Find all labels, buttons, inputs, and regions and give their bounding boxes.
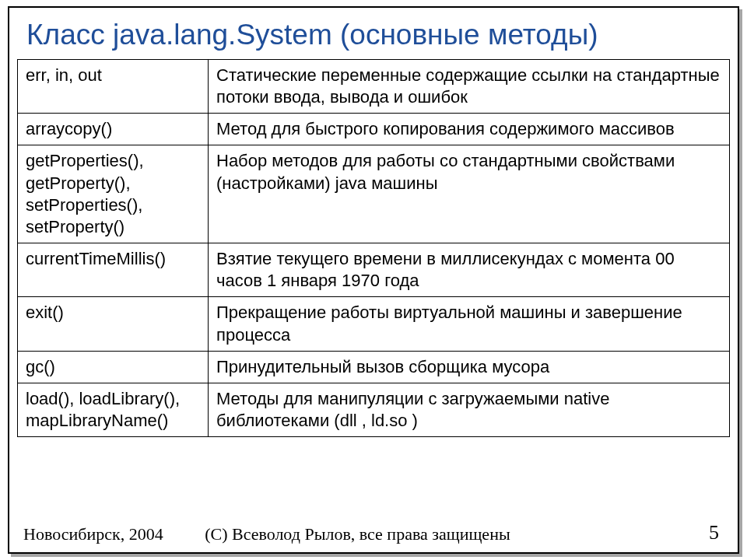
- table-row: gc() Принудительный вызов сборщика мусор…: [18, 351, 730, 383]
- method-cell: getProperties(), getProperty(), setPrope…: [18, 145, 209, 243]
- page-number: 5: [709, 521, 719, 544]
- table-row: getProperties(), getProperty(), setPrope…: [18, 145, 730, 243]
- method-cell: load(), loadLibrary(), mapLibraryName(): [18, 383, 209, 436]
- slide-frame: Класс java.lang.System (основные методы)…: [8, 6, 739, 554]
- slide-footer: Новосибирск, 2004 (С) Всеволод Рылов, вс…: [23, 524, 724, 544]
- methods-table: err, in, out Статические переменные соде…: [17, 59, 730, 437]
- desc-cell: Статические переменные содержащие ссылки…: [209, 60, 730, 114]
- method-cell: currentTimeMillis(): [18, 243, 209, 297]
- method-cell: gc(): [18, 351, 209, 383]
- slide-title: Класс java.lang.System (основные методы): [9, 8, 738, 59]
- desc-cell: Прекращение работы виртуальной машины и …: [209, 297, 730, 351]
- footer-copyright: (С) Всеволод Рылов, все права защищены: [205, 524, 510, 544]
- table-row: exit() Прекращение работы виртуальной ма…: [18, 297, 730, 351]
- method-cell: arraycopy(): [18, 114, 209, 145]
- desc-cell: Методы для манипуляции с загружаемыми na…: [209, 383, 730, 436]
- table-row: currentTimeMillis() Взятие текущего врем…: [18, 243, 730, 297]
- table-row: load(), loadLibrary(), mapLibraryName() …: [18, 383, 730, 436]
- method-cell: exit(): [18, 297, 209, 351]
- footer-location: Новосибирск, 2004: [23, 524, 163, 544]
- method-cell: err, in, out: [18, 60, 209, 114]
- table-row: err, in, out Статические переменные соде…: [18, 60, 730, 114]
- desc-cell: Принудительный вызов сборщика мусора: [209, 351, 730, 383]
- desc-cell: Взятие текущего времени в миллисекундах …: [209, 243, 730, 297]
- desc-cell: Набор методов для работы со стандартными…: [209, 145, 730, 243]
- desc-cell: Метод для быстрого копирования содержимо…: [209, 114, 730, 145]
- table-row: arraycopy() Метод для быстрого копирован…: [18, 114, 730, 145]
